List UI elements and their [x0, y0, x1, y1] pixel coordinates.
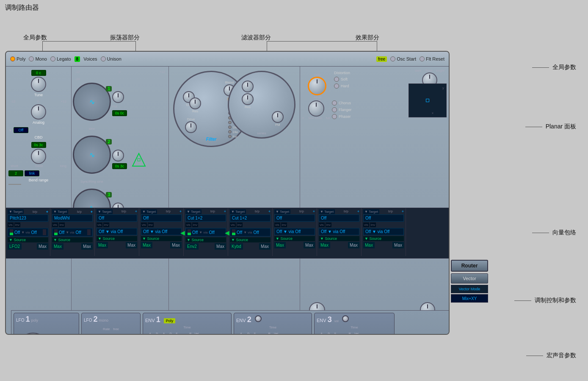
osc-start-radio[interactable]: Osc Start: [390, 56, 416, 61]
main-title: 调制路由器: [5, 3, 39, 12]
bend-display[interactable]: 2: [8, 170, 23, 176]
glide-display: 0s 3c: [31, 142, 46, 148]
mod-slot-3: ▼ Target b/p + Off vis inv Off ▼ via Off…: [95, 208, 139, 256]
label-filter: 滤波器部分: [241, 34, 271, 42]
flanger-radio[interactable]: Flanger: [332, 107, 352, 112]
mod-slot-8: ▼ Target b/p + Off vis inv Off ▼ via Off…: [273, 208, 317, 256]
env3-section: ENV 3 vol Time A long D: [314, 313, 395, 335]
link-display[interactable]: link: [25, 170, 39, 176]
label-oscillator: 振荡器部分: [110, 34, 140, 42]
free-badge: free: [376, 56, 387, 62]
osc1-tune-knob[interactable]: [112, 91, 124, 103]
lfo2-section: LFO 2 mono Rate free SYNC 5.900Hz 5.97Hz: [81, 313, 141, 335]
tune-display[interactable]: 0 c: [31, 70, 46, 76]
osc1-val: 0s 0c: [112, 110, 127, 116]
unison-radio[interactable]: Unison: [101, 56, 121, 61]
legato-radio[interactable]: Legato: [50, 56, 71, 61]
mod-slot-9: ▼ Target b/p + Off vis inv Off ▼ via Off…: [317, 208, 362, 256]
glide-knob[interactable]: [31, 149, 46, 164]
drive-knob[interactable]: [185, 121, 197, 133]
mod-slot-10: ▼ Target b/p + Off vis inv Off ▼ via Off…: [362, 208, 406, 256]
osc-section: -120+12 -24 1 ∿ sine FM 0s 0c 2: [72, 67, 169, 334]
voice-count-badge: 8: [75, 56, 80, 62]
annotation-modulation: 向量包络: [532, 229, 576, 236]
osc2-unit[interactable]: 2 ∿: [73, 136, 111, 174]
phaser-radio[interactable]: Phaser: [332, 114, 352, 119]
mod-router-section: ▼ Target b/p + Pitch123 vis inv Off ▼ vi…: [6, 208, 449, 259]
osc1-unit[interactable]: 1 ∿: [73, 83, 111, 121]
vector-mode-label: Vector Mode: [451, 285, 488, 293]
flt-reset-radio[interactable]: Flt Reset: [420, 56, 444, 61]
env2-section: ENV 2 Time A long D: [234, 313, 312, 335]
mono-radio[interactable]: Mono: [29, 56, 47, 61]
poly-radio[interactable]: Poly: [10, 56, 25, 61]
res1-knob[interactable]: [189, 97, 201, 109]
osc2-val: 0s 3c: [112, 163, 127, 169]
mod-slot-7: ▼ Target b/p + Cut 1+2 vis inv Off ▼ via…: [228, 208, 273, 256]
filter-section: Blend Cut Res Lo Hi Peak BP BR 12a 18a 2…: [169, 67, 300, 334]
annotation-mod-control: 调制控制和参数: [514, 297, 576, 304]
soft-radio[interactable]: Soft: [334, 77, 350, 82]
mod-slot-1: ▼ Target b/p + Pitch123 vis inv Off ▼ vi…: [6, 208, 50, 256]
modulation-section: LFO 1 poly EG delay rate high Wave ∿: [11, 310, 450, 335]
analog-knob[interactable]: [31, 104, 46, 120]
mod-slot-4: ▼ Target b/p + Off vis inv Off ▼ via Off…: [139, 208, 184, 256]
hard-radio[interactable]: Hard: [334, 83, 350, 89]
annotation-global-right: 全局参数: [532, 64, 576, 71]
annotation-planar: Planar 面板: [525, 123, 576, 131]
label-global-params: 全局参数: [23, 34, 47, 42]
tune-knob[interactable]: [31, 77, 46, 92]
volume-knob[interactable]: [308, 77, 326, 95]
cut2-knob[interactable]: [242, 81, 254, 92]
res2-knob[interactable]: [242, 93, 254, 105]
chorus-radio[interactable]: Chorus: [332, 100, 352, 106]
router-button[interactable]: Router: [451, 260, 488, 272]
annotation-macro: 宏声音参数: [526, 352, 576, 359]
lfo1-section: LFO 1 poly EG delay rate high Wave ∿: [14, 313, 79, 335]
mod-slot-2: ▼ Target b/p + ModWhl vis inv Off ▼ via …: [50, 208, 95, 256]
env1-section: ENV 1 Poly Time A long D: [143, 313, 232, 335]
global-bar: Poly Mono Legato 8 Voices Unison free Os…: [6, 52, 449, 67]
cbd-display[interactable]: Off: [14, 127, 28, 133]
label-effects: 效果部分: [356, 34, 379, 42]
fm-knob[interactable]: [272, 111, 284, 123]
vector-button[interactable]: Vector: [451, 273, 488, 284]
mod-slot-6: ▼ Target b/p + Cut 1+2 vis inv Off ▼ via…: [184, 208, 228, 256]
effects-section: -0dB -46dB -∞dB Volume Distortion Soft H…: [300, 67, 449, 334]
osc2-tune-knob[interactable]: [112, 150, 124, 161]
mix-mode-display: Mix+XY: [451, 294, 488, 303]
svg-rect-1: [138, 159, 140, 161]
sine-level-knob[interactable]: [308, 100, 324, 117]
svg-marker-0: [133, 153, 145, 166]
left-panel: 0 c Tune -120+12 Analog ▼ Off CBD 0s 3c …: [6, 67, 72, 334]
synth-body: Poly Mono Legato 8 Voices Unison free Os…: [5, 51, 450, 335]
